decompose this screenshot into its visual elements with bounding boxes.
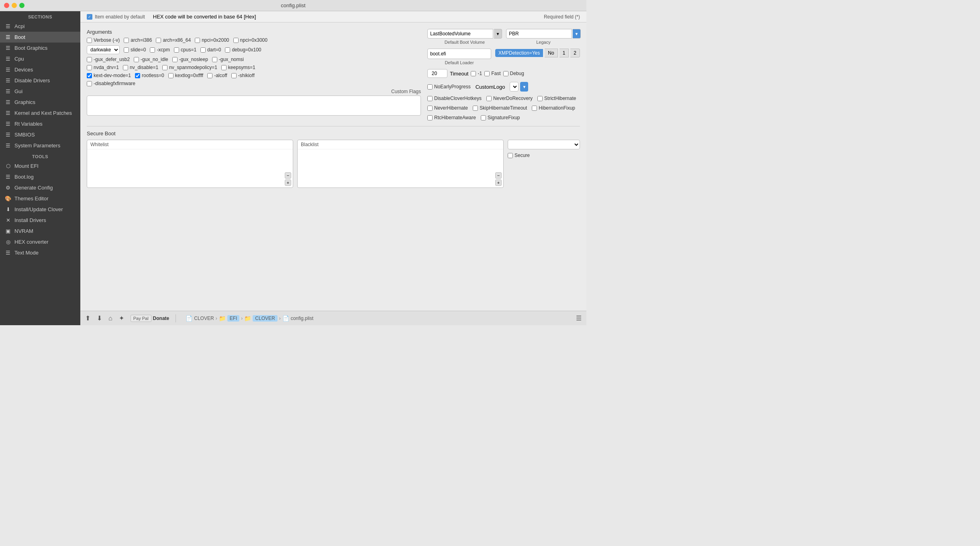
signature-fixup-checkbox[interactable]: SignatureFixup (481, 115, 520, 120)
minimize-button[interactable] (12, 3, 17, 8)
never-hibernate-input[interactable] (427, 106, 433, 111)
gux-nosleep-input[interactable] (172, 57, 178, 62)
legacy-arrow[interactable]: ▼ (573, 29, 581, 39)
slide-checkbox[interactable]: slide=0 (124, 47, 146, 53)
npci-2000-input[interactable] (195, 38, 200, 43)
alcoff-checkbox[interactable]: -alcoff (207, 73, 227, 78)
maximize-button[interactable] (19, 3, 24, 8)
npci-3000-input[interactable] (233, 38, 239, 43)
sidebar-item-kernel-kext[interactable]: ☰ Kernel and Kext Patches (0, 108, 80, 118)
never-do-recovery-checkbox[interactable]: NeverDoRecovery (486, 96, 533, 101)
gux-nomsi-checkbox[interactable]: -gux_nomsi (212, 57, 244, 62)
debug-checkbox[interactable]: debug=0x100 (225, 47, 261, 53)
never-hibernate-checkbox[interactable]: NeverHibernate (427, 105, 468, 111)
sidebar-item-boot-graphics[interactable]: ☰ Boot Graphics (0, 43, 80, 53)
disable-gfx-input[interactable] (87, 81, 92, 86)
status-tool-1[interactable]: ⬆ (85, 314, 90, 322)
timeout-debug-input[interactable] (503, 71, 508, 76)
boot-volume-input[interactable] (427, 29, 493, 39)
dart-checkbox[interactable]: dart=0 (200, 47, 221, 53)
sidebar-item-install-update[interactable]: ⬇ Install/Update Clover (0, 204, 80, 215)
close-button[interactable] (4, 3, 9, 8)
cpus-input[interactable] (174, 47, 179, 53)
whitelist-add-button[interactable]: + (285, 179, 291, 186)
disable-gfx-checkbox[interactable]: -disablegfxfirmware (87, 81, 135, 86)
dart-input[interactable] (200, 47, 206, 53)
sidebar-item-disable-drivers[interactable]: ☰ Disable Drivers (0, 75, 80, 86)
darkwake-select[interactable]: darkwake (87, 45, 120, 54)
strict-hibernate-input[interactable] (537, 96, 543, 101)
never-do-recovery-input[interactable] (486, 96, 492, 101)
xcpm-input[interactable] (150, 47, 155, 53)
timeout-debug-checkbox[interactable]: Debug (503, 71, 524, 76)
verbose-input[interactable] (87, 38, 92, 43)
custom-logo-arrow-button[interactable]: ▼ (520, 82, 528, 92)
nv-disable-checkbox[interactable]: nv_disable=1 (123, 65, 158, 70)
keepsyms-input[interactable] (221, 65, 227, 70)
blacklist-add-button[interactable]: + (495, 179, 502, 186)
sidebar-item-install-drivers[interactable]: ✕ Install Drivers (0, 215, 80, 226)
rtc-hibernate-checkbox[interactable]: RtcHibernateAware (427, 115, 476, 120)
verbose-checkbox[interactable]: Verbose (-v) (87, 37, 120, 43)
gux-idle-checkbox[interactable]: -gux_no_idle (134, 57, 168, 62)
debug-input[interactable] (225, 47, 230, 53)
nv-span-input[interactable] (162, 65, 167, 70)
xcpm-checkbox[interactable]: -xcpm (150, 47, 170, 53)
sidebar-item-hex-converter[interactable]: ◎ HEX converter (0, 236, 80, 247)
timeout-minus1-input[interactable] (471, 71, 476, 76)
sidebar-item-smbios[interactable]: ☰ SMBIOS (0, 129, 80, 140)
kextlog-checkbox[interactable]: kextlog=0xffff (168, 73, 203, 78)
skip-hibernate-timeout-input[interactable] (473, 106, 478, 111)
strict-hibernate-checkbox[interactable]: StrictHibernate (537, 96, 576, 101)
no-early-progress-input[interactable] (427, 84, 433, 90)
npci-2000-checkbox[interactable]: npci=0x2000 (195, 37, 229, 43)
hibernation-fixup-checkbox[interactable]: HibernationFixup (532, 105, 575, 111)
sidebar-item-boot-log[interactable]: ☰ Boot.log (0, 171, 80, 182)
gux-usb2-checkbox[interactable]: -gux_defer_usb2 (87, 57, 130, 62)
status-tool-2[interactable]: ⬇ (97, 314, 102, 322)
status-tool-share[interactable]: ✦ (119, 314, 124, 322)
sidebar-item-themes-editor[interactable]: 🎨 Themes Editor (0, 193, 80, 204)
custom-flags-textarea[interactable] (87, 96, 421, 116)
xmp-1-button[interactable]: 1 (559, 49, 569, 57)
gux-usb2-input[interactable] (87, 57, 92, 62)
xmp-2-button[interactable]: 2 (570, 49, 580, 57)
rtc-hibernate-input[interactable] (427, 115, 433, 120)
sidebar-item-generate-config[interactable]: ⚙ Generate Config (0, 182, 80, 193)
boot-volume-arrow[interactable]: ▼ (494, 29, 502, 39)
rootless-checkbox[interactable]: rootless=0 (135, 73, 164, 78)
sidebar-item-gui[interactable]: ☰ Gui (0, 86, 80, 97)
kext-dev-input[interactable] (87, 73, 92, 78)
sidebar-item-mount-efi[interactable]: ⬡ Mount EFI (0, 161, 80, 171)
sidebar-item-nvram[interactable]: ▣ NVRAM (0, 226, 80, 236)
secure-checkbox[interactable]: Secure (508, 153, 580, 158)
kextlog-input[interactable] (168, 73, 174, 78)
skip-hibernate-timeout-checkbox[interactable]: SkipHibernateTimeout (473, 105, 527, 111)
legacy-input[interactable] (506, 29, 572, 39)
sidebar-item-system-parameters[interactable]: ☰ System Parameters (0, 140, 80, 151)
nv-span-checkbox[interactable]: nv_spanmodepolicy=1 (162, 65, 217, 70)
slide-input[interactable] (124, 47, 129, 53)
nvda-drv-checkbox[interactable]: nvda_drv=1 (87, 65, 119, 70)
timeout-fast-input[interactable] (484, 71, 490, 76)
disable-hotkeys-checkbox[interactable]: DisableCloverHotkeys (427, 96, 482, 101)
sidebar-item-boot[interactable]: ☰ Boot (0, 32, 80, 43)
timeout-minus1-checkbox[interactable]: -1 (471, 71, 482, 76)
gux-nosleep-checkbox[interactable]: -gux_nosleep (172, 57, 208, 62)
nv-disable-input[interactable] (123, 65, 128, 70)
disable-hotkeys-input[interactable] (427, 96, 433, 101)
arch-x86-checkbox[interactable]: arch=x86_64 (156, 37, 191, 43)
sidebar-item-rt-variables[interactable]: ☰ Rt Variables (0, 118, 80, 129)
cpus-checkbox[interactable]: cpus=1 (174, 47, 196, 53)
shikioff-checkbox[interactable]: -shikioff (231, 73, 255, 78)
arch-i386-checkbox[interactable]: arch=i386 (124, 37, 152, 43)
no-early-progress-checkbox[interactable]: NoEarlyProgress (427, 84, 471, 90)
kext-dev-checkbox[interactable]: kext-dev-mode=1 (87, 73, 131, 78)
keepsyms-checkbox[interactable]: keepsyms=1 (221, 65, 255, 70)
whitelist-remove-button[interactable]: − (285, 172, 291, 179)
sidebar-item-devices[interactable]: ☰ Devices (0, 64, 80, 75)
custom-logo-select[interactable] (510, 82, 519, 92)
secure-input[interactable] (508, 153, 513, 158)
gux-idle-input[interactable] (134, 57, 139, 62)
alcoff-input[interactable] (207, 73, 212, 78)
